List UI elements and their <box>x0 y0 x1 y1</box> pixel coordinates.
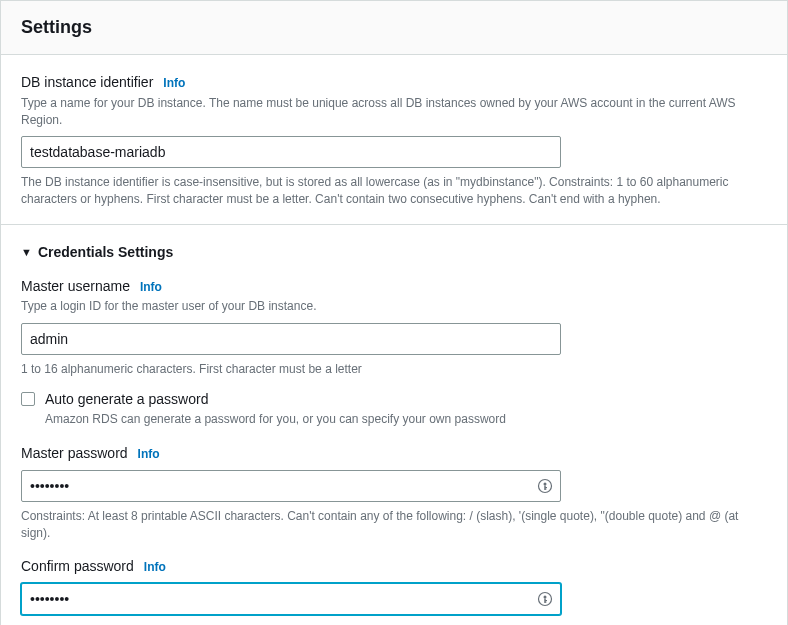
settings-panel: Settings DB instance identifier Info Typ… <box>0 0 788 625</box>
master-username-input[interactable] <box>21 323 561 355</box>
db-identifier-label: DB instance identifier <box>21 73 153 93</box>
master-username-constraints: 1 to 16 alphanumeric characters. First c… <box>21 361 767 378</box>
auto-generate-password-help: Amazon RDS can generate a password for y… <box>45 411 506 428</box>
master-password-input[interactable] <box>21 470 561 502</box>
section-credentials: ▼ Credentials Settings Master username I… <box>1 224 787 625</box>
panel-header: Settings <box>1 1 787 55</box>
confirm-password-input[interactable] <box>21 583 561 615</box>
info-link-db-identifier[interactable]: Info <box>163 75 185 92</box>
password-manager-icon[interactable] <box>537 591 553 607</box>
panel-title: Settings <box>21 15 767 40</box>
credentials-expand-toggle[interactable]: ▼ Credentials Settings <box>21 243 767 263</box>
db-identifier-help: Type a name for your DB instance. The na… <box>21 95 767 129</box>
svg-point-1 <box>544 482 547 485</box>
db-identifier-constraints: The DB instance identifier is case-insen… <box>21 174 767 208</box>
db-identifier-input[interactable] <box>21 136 561 168</box>
caret-down-icon: ▼ <box>21 245 32 260</box>
auto-generate-password-checkbox[interactable] <box>21 392 35 406</box>
master-password-constraints: Constraints: At least 8 printable ASCII … <box>21 508 767 542</box>
master-username-label: Master username <box>21 277 130 297</box>
field-confirm-password: Confirm password Info <box>21 557 767 615</box>
password-manager-icon[interactable] <box>537 478 553 494</box>
info-link-master-username[interactable]: Info <box>140 279 162 296</box>
master-username-help: Type a login ID for the master user of y… <box>21 298 767 315</box>
master-password-label: Master password <box>21 444 128 464</box>
section-db-identifier: DB instance identifier Info Type a name … <box>1 55 787 224</box>
info-link-confirm-password[interactable]: Info <box>144 559 166 576</box>
info-link-master-password[interactable]: Info <box>138 446 160 463</box>
credentials-section-title: Credentials Settings <box>38 243 173 263</box>
auto-generate-password-label: Auto generate a password <box>45 390 506 410</box>
svg-point-3 <box>544 595 547 598</box>
field-master-username: Master username Info Type a login ID for… <box>21 277 767 429</box>
field-master-password: Master password Info Constraints: At lea… <box>21 444 767 541</box>
confirm-password-label: Confirm password <box>21 557 134 577</box>
